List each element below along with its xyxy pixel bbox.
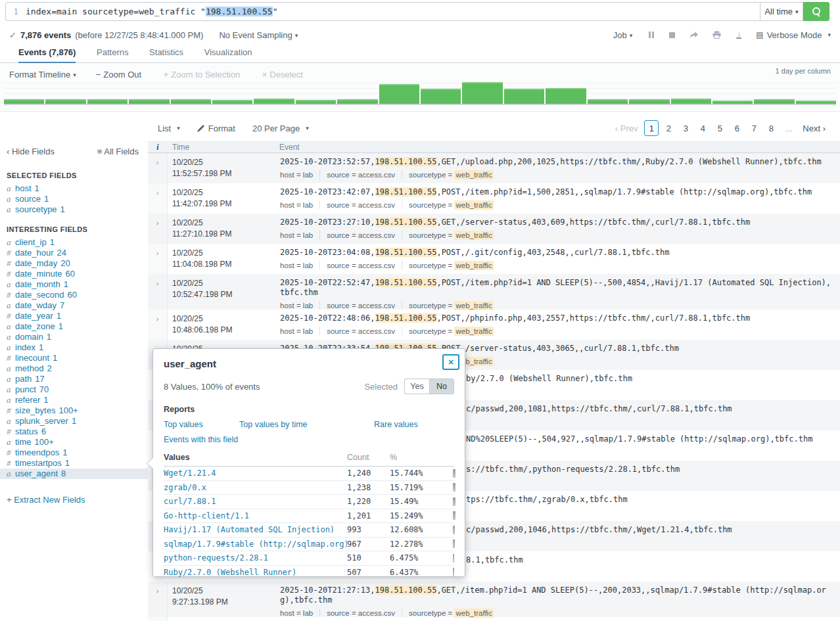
page-button[interactable]: Next › <box>799 120 829 136</box>
timeline-bar[interactable] <box>796 101 836 104</box>
value-link[interactable]: curl/7.88.1 <box>164 497 347 506</box>
event-source-field[interactable]: source = access.csv <box>319 171 402 179</box>
selected-no-button[interactable]: No <box>429 379 454 394</box>
field-item[interactable]: adate_month1 <box>0 279 148 290</box>
event-expand-cell[interactable]: › <box>148 244 168 274</box>
search-input[interactable]: 1 index=main sourcetype=web_traffic "198… <box>5 2 760 21</box>
value-link[interactable]: Havij/1.17 (Automated SQL Injection) <box>164 525 347 534</box>
event-expand-cell[interactable]: › <box>148 310 168 340</box>
value-link[interactable]: Go-http-client/1.1 <box>164 511 347 520</box>
event-expand-cell[interactable]: › <box>148 582 168 617</box>
field-item[interactable]: atime100+ <box>0 437 148 448</box>
page-button[interactable]: 3 <box>678 120 693 136</box>
value-link[interactable]: Wget/1.21.4 <box>164 469 347 478</box>
page-button[interactable]: 1 <box>644 120 659 136</box>
timeline-bar[interactable] <box>712 101 753 104</box>
print-button[interactable] <box>711 30 722 39</box>
timeline-bar[interactable] <box>462 82 502 104</box>
field-item[interactable]: aindex1 <box>0 342 148 353</box>
event-host-field[interactable]: host = lab <box>280 171 319 179</box>
search-button[interactable] <box>803 2 829 21</box>
page-button[interactable]: 8 <box>764 120 778 136</box>
field-item[interactable]: #date_mday20 <box>0 258 148 269</box>
field-item[interactable]: apath17 <box>0 374 148 384</box>
field-item[interactable]: adomain1 <box>0 332 148 342</box>
format-results-menu[interactable]: Format <box>197 124 235 133</box>
timeline-bar[interactable] <box>546 88 586 104</box>
timeline-bar[interactable] <box>171 99 211 104</box>
timeline-bar[interactable] <box>45 99 85 104</box>
events-with-field-link[interactable]: Events with this field <box>164 435 238 444</box>
timeline-bar[interactable] <box>671 99 711 104</box>
stop-button[interactable] <box>666 30 677 39</box>
result-tab[interactable]: Patterns <box>97 43 128 62</box>
selected-yes-button[interactable]: Yes <box>404 379 429 394</box>
page-button[interactable]: 7 <box>747 120 761 136</box>
event-expand-cell[interactable]: › <box>148 617 168 621</box>
timeline-bar[interactable] <box>629 99 669 104</box>
event-expand-cell[interactable]: › <box>148 153 168 183</box>
event-sourcetype-field[interactable]: sourcetype = web_traffic <box>402 201 500 209</box>
format-timeline-menu[interactable]: Format Timeline▾ <box>9 70 76 80</box>
event-source-field[interactable]: source = access.csv <box>319 609 402 617</box>
result-tab[interactable]: Statistics <box>149 43 183 62</box>
page-button[interactable]: ... <box>781 120 796 136</box>
page-button[interactable]: 5 <box>712 120 727 136</box>
timeline-bar[interactable] <box>212 100 252 104</box>
field-item[interactable]: #size_bytes100+ <box>0 405 148 416</box>
report-link[interactable]: Top values by time <box>239 420 374 429</box>
event-source-field[interactable]: source = access.csv <box>319 231 402 239</box>
field-item[interactable]: areferer1 <box>0 395 148 405</box>
report-link[interactable]: Rare values <box>374 420 454 429</box>
result-tab[interactable]: Events (7,876) <box>18 43 76 64</box>
page-button[interactable]: ‹ Prev <box>611 120 642 136</box>
list-view-menu[interactable]: List▾ <box>158 124 180 133</box>
field-item[interactable]: adate_zone1 <box>0 321 148 332</box>
field-item[interactable]: aclient_ip1 <box>0 237 148 248</box>
field-item[interactable]: adate_wday7 <box>0 300 148 311</box>
timeline-bar[interactable] <box>504 89 544 104</box>
event-expand-cell[interactable]: › <box>148 214 168 244</box>
per-page-menu[interactable]: 20 Per Page▾ <box>252 124 309 133</box>
page-button[interactable]: 4 <box>695 120 710 136</box>
field-item[interactable]: #date_second60 <box>0 290 148 300</box>
export-button[interactable]: ↓ <box>734 30 744 39</box>
search-query[interactable]: index=main sourcetype=web_traffic "198.5… <box>26 7 278 16</box>
event-sourcetype-field[interactable]: sourcetype = web_traffic <box>402 609 500 617</box>
timeline-bar[interactable] <box>296 100 336 104</box>
timeline-bar[interactable] <box>588 99 628 104</box>
timeline-bar[interactable] <box>379 84 419 104</box>
event-expand-cell[interactable]: › <box>148 183 168 214</box>
pause-button[interactable] <box>644 30 655 39</box>
field-item[interactable]: #date_year1 <box>0 311 148 321</box>
field-item[interactable]: asplunk_server1 <box>0 416 148 426</box>
timeline-bar[interactable] <box>4 99 44 104</box>
event-expand-cell[interactable]: › <box>148 274 168 310</box>
timeline-bar[interactable] <box>87 99 128 104</box>
report-link[interactable]: Top values <box>164 420 239 429</box>
timeline-control-button[interactable]: ×Deselect <box>262 70 303 80</box>
page-button[interactable]: 6 <box>730 120 744 136</box>
event-host-field[interactable]: host = lab <box>280 609 319 617</box>
field-item[interactable]: #date_minute60 <box>0 269 148 279</box>
event-sourcetype-field[interactable]: sourcetype = web_traffic <box>402 327 500 335</box>
event-sampling-menu[interactable]: No Event Sampling▾ <box>219 30 298 40</box>
field-item[interactable]: amethod2 <box>0 363 148 374</box>
field-item[interactable]: ahost1 <box>0 183 148 194</box>
timeline-control-button[interactable]: −Zoom Out <box>96 70 141 80</box>
timeline-control-button[interactable]: +Zoom to Selection <box>164 70 240 80</box>
event-host-field[interactable]: host = lab <box>280 262 319 269</box>
event-host-field[interactable]: host = lab <box>280 201 319 209</box>
share-button[interactable] <box>689 30 699 39</box>
page-button[interactable]: 2 <box>661 120 676 136</box>
extract-new-fields-link[interactable]: + Extract New Fields <box>7 495 148 505</box>
value-link[interactable]: python-requests/2.28.1 <box>164 553 347 563</box>
event-host-field[interactable]: host = lab <box>280 231 319 239</box>
hide-fields-link[interactable]: ‹ Hide Fields <box>7 147 55 156</box>
value-link[interactable]: Ruby/2.7.0 (Webshell Runner) <box>164 568 347 577</box>
event-sourcetype-field[interactable]: sourcetype = web_traffic <box>402 171 500 179</box>
event-sourcetype-field[interactable]: sourcetype = web_traffic <box>402 231 500 239</box>
close-button[interactable]: × <box>442 354 459 370</box>
event-sourcetype-field[interactable]: sourcetype = web_traffic <box>402 262 500 269</box>
field-item[interactable]: #timeendpos1 <box>0 448 148 458</box>
